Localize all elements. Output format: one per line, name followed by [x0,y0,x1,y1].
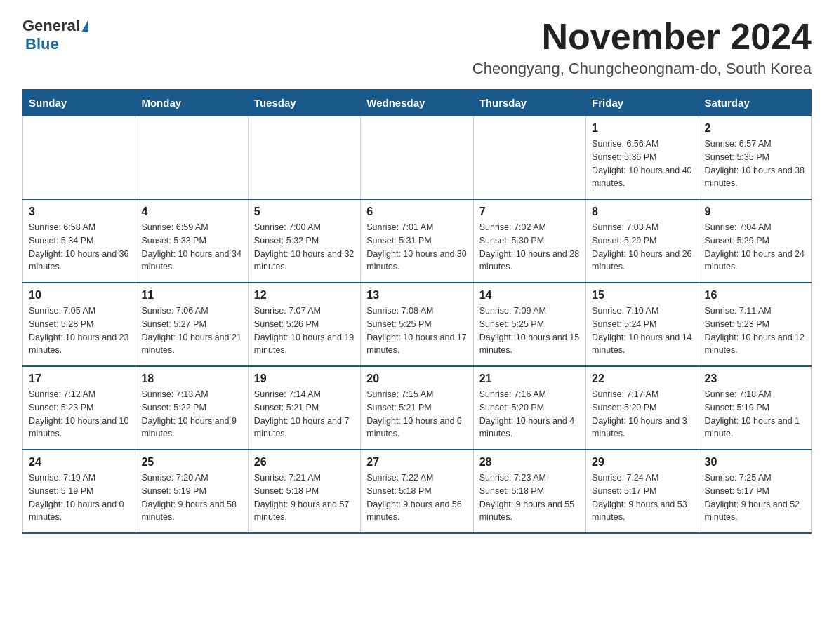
day-number: 26 [254,456,355,469]
day-number: 23 [705,373,805,385]
calendar-cell: 6Sunrise: 7:01 AM Sunset: 5:31 PM Daylig… [361,199,473,283]
day-number: 17 [29,373,129,385]
calendar-cell: 20Sunrise: 7:15 AM Sunset: 5:21 PM Dayli… [361,366,473,450]
calendar-cell [23,116,135,200]
day-info: Sunrise: 7:24 AM Sunset: 5:17 PM Dayligh… [592,471,692,524]
header-saturday: Saturday [699,90,811,116]
calendar-cell: 11Sunrise: 7:06 AM Sunset: 5:27 PM Dayli… [135,283,248,366]
day-number: 6 [366,206,467,218]
calendar-cell: 17Sunrise: 7:12 AM Sunset: 5:23 PM Dayli… [23,366,135,450]
calendar-week-5: 24Sunrise: 7:19 AM Sunset: 5:19 PM Dayli… [23,450,812,533]
day-info: Sunrise: 7:19 AM Sunset: 5:19 PM Dayligh… [29,471,129,524]
day-info: Sunrise: 7:10 AM Sunset: 5:24 PM Dayligh… [592,304,692,357]
day-info: Sunrise: 6:56 AM Sunset: 5:36 PM Dayligh… [592,137,692,190]
day-number: 28 [479,456,580,469]
day-number: 14 [479,289,580,302]
calendar-cell: 30Sunrise: 7:25 AM Sunset: 5:17 PM Dayli… [699,450,811,533]
day-info: Sunrise: 7:18 AM Sunset: 5:19 PM Dayligh… [705,388,805,441]
logo-blue-text: Blue [25,35,59,53]
day-number: 15 [592,289,692,302]
calendar-body: 1Sunrise: 6:56 AM Sunset: 5:36 PM Daylig… [23,116,812,534]
day-info: Sunrise: 7:23 AM Sunset: 5:18 PM Dayligh… [479,471,580,524]
calendar-cell: 23Sunrise: 7:18 AM Sunset: 5:19 PM Dayli… [699,366,811,450]
header-monday: Monday [135,90,248,116]
day-number: 11 [141,289,241,302]
logo-general-text: General [22,17,80,35]
header-sunday: Sunday [23,90,135,116]
day-info: Sunrise: 7:09 AM Sunset: 5:25 PM Dayligh… [479,304,580,357]
header-wednesday: Wednesday [361,90,473,116]
day-info: Sunrise: 7:14 AM Sunset: 5:21 PM Dayligh… [254,388,355,441]
day-number: 12 [254,289,355,302]
calendar-week-3: 10Sunrise: 7:05 AM Sunset: 5:28 PM Dayli… [23,283,812,366]
calendar-week-4: 17Sunrise: 7:12 AM Sunset: 5:23 PM Dayli… [23,366,812,450]
day-number: 4 [141,206,241,218]
day-info: Sunrise: 7:22 AM Sunset: 5:18 PM Dayligh… [366,471,467,524]
day-number: 21 [479,373,580,385]
calendar-cell: 9Sunrise: 7:04 AM Sunset: 5:29 PM Daylig… [699,199,811,283]
calendar-cell: 10Sunrise: 7:05 AM Sunset: 5:28 PM Dayli… [23,283,135,366]
calendar-cell: 22Sunrise: 7:17 AM Sunset: 5:20 PM Dayli… [586,366,699,450]
calendar-cell: 2Sunrise: 6:57 AM Sunset: 5:35 PM Daylig… [699,116,811,200]
title-area: November 2024 Cheongyang, Chungcheongnam… [472,17,812,78]
logo: General Blue [22,17,90,53]
calendar-cell: 7Sunrise: 7:02 AM Sunset: 5:30 PM Daylig… [473,199,585,283]
calendar: SundayMondayTuesdayWednesdayThursdayFrid… [22,89,812,534]
calendar-cell: 13Sunrise: 7:08 AM Sunset: 5:25 PM Dayli… [361,283,473,366]
calendar-cell [473,116,585,200]
subtitle: Cheongyang, Chungcheongnam-do, South Kor… [472,60,812,78]
logo-text: General [22,17,90,35]
calendar-cell: 5Sunrise: 7:00 AM Sunset: 5:32 PM Daylig… [248,199,360,283]
day-info: Sunrise: 7:12 AM Sunset: 5:23 PM Dayligh… [29,388,129,441]
day-number: 27 [366,456,467,469]
calendar-cell [248,116,360,200]
day-number: 18 [141,373,241,385]
day-info: Sunrise: 7:07 AM Sunset: 5:26 PM Dayligh… [254,304,355,357]
day-number: 3 [29,206,129,218]
day-number: 7 [479,206,580,218]
calendar-cell: 25Sunrise: 7:20 AM Sunset: 5:19 PM Dayli… [135,450,248,533]
calendar-header-row: SundayMondayTuesdayWednesdayThursdayFrid… [23,90,812,116]
header-tuesday: Tuesday [248,90,360,116]
calendar-week-1: 1Sunrise: 6:56 AM Sunset: 5:36 PM Daylig… [23,116,812,200]
calendar-cell: 26Sunrise: 7:21 AM Sunset: 5:18 PM Dayli… [248,450,360,533]
calendar-cell: 28Sunrise: 7:23 AM Sunset: 5:18 PM Dayli… [473,450,585,533]
day-number: 25 [141,456,241,469]
calendar-cell: 15Sunrise: 7:10 AM Sunset: 5:24 PM Dayli… [586,283,699,366]
calendar-cell: 18Sunrise: 7:13 AM Sunset: 5:22 PM Dayli… [135,366,248,450]
calendar-cell: 4Sunrise: 6:59 AM Sunset: 5:33 PM Daylig… [135,199,248,283]
calendar-cell: 1Sunrise: 6:56 AM Sunset: 5:36 PM Daylig… [586,116,699,200]
day-number: 20 [366,373,467,385]
day-info: Sunrise: 7:03 AM Sunset: 5:29 PM Dayligh… [592,221,692,274]
day-info: Sunrise: 7:06 AM Sunset: 5:27 PM Dayligh… [141,304,241,357]
day-info: Sunrise: 7:21 AM Sunset: 5:18 PM Dayligh… [254,471,355,524]
calendar-cell: 12Sunrise: 7:07 AM Sunset: 5:26 PM Dayli… [248,283,360,366]
day-number: 22 [592,373,692,385]
day-info: Sunrise: 6:57 AM Sunset: 5:35 PM Dayligh… [705,137,805,190]
calendar-cell: 16Sunrise: 7:11 AM Sunset: 5:23 PM Dayli… [699,283,811,366]
logo-triangle-icon [81,20,88,32]
day-info: Sunrise: 7:16 AM Sunset: 5:20 PM Dayligh… [479,388,580,441]
calendar-cell: 8Sunrise: 7:03 AM Sunset: 5:29 PM Daylig… [586,199,699,283]
day-number: 30 [705,456,805,469]
day-info: Sunrise: 7:01 AM Sunset: 5:31 PM Dayligh… [366,221,467,274]
calendar-cell: 29Sunrise: 7:24 AM Sunset: 5:17 PM Dayli… [586,450,699,533]
header: General Blue November 2024 Cheongyang, C… [22,17,812,78]
day-info: Sunrise: 7:00 AM Sunset: 5:32 PM Dayligh… [254,221,355,274]
day-info: Sunrise: 7:04 AM Sunset: 5:29 PM Dayligh… [705,221,805,274]
day-info: Sunrise: 7:13 AM Sunset: 5:22 PM Dayligh… [141,388,241,441]
day-number: 29 [592,456,692,469]
day-number: 13 [366,289,467,302]
calendar-cell: 21Sunrise: 7:16 AM Sunset: 5:20 PM Dayli… [473,366,585,450]
calendar-cell: 27Sunrise: 7:22 AM Sunset: 5:18 PM Dayli… [361,450,473,533]
day-info: Sunrise: 7:08 AM Sunset: 5:25 PM Dayligh… [366,304,467,357]
day-info: Sunrise: 7:17 AM Sunset: 5:20 PM Dayligh… [592,388,692,441]
calendar-cell [135,116,248,200]
day-number: 19 [254,373,355,385]
calendar-header: SundayMondayTuesdayWednesdayThursdayFrid… [23,90,812,116]
day-number: 8 [592,206,692,218]
day-info: Sunrise: 7:02 AM Sunset: 5:30 PM Dayligh… [479,221,580,274]
day-number: 1 [592,122,692,135]
day-info: Sunrise: 7:20 AM Sunset: 5:19 PM Dayligh… [141,471,241,524]
calendar-cell: 24Sunrise: 7:19 AM Sunset: 5:19 PM Dayli… [23,450,135,533]
